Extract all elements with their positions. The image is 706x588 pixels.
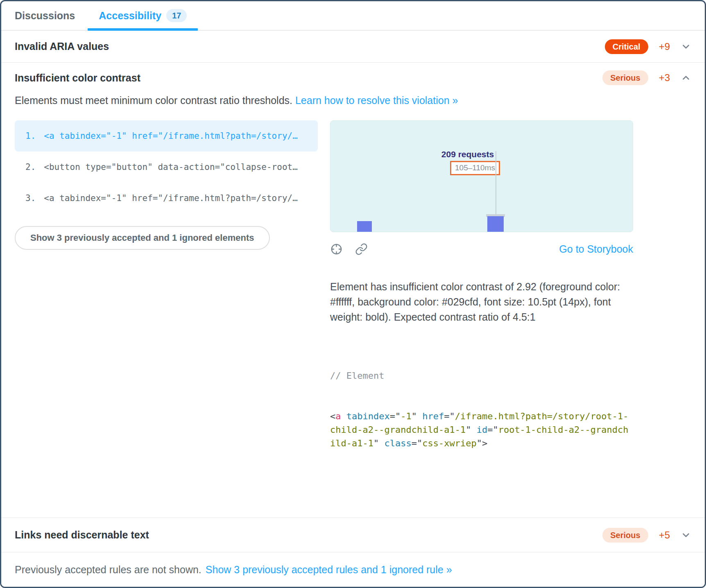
go-to-storybook-link[interactable]: Go to Storybook bbox=[559, 243, 633, 255]
violating-elements-list: 1.<a tabindex="-1" href="/iframe.html?pa… bbox=[15, 120, 318, 214]
chevron-down-icon[interactable] bbox=[681, 41, 691, 52]
chart-pointer-line bbox=[496, 151, 496, 214]
tab-accessibility-label: Accessibility bbox=[99, 10, 161, 22]
show-accepted-rules-link[interactable]: Show 3 previously accepted rules and 1 i… bbox=[206, 564, 452, 576]
item-code: <button type="button" data-action="colla… bbox=[44, 162, 298, 172]
chevron-up-icon[interactable] bbox=[681, 72, 691, 83]
rule-description-text: Elements must meet minimum color contras… bbox=[15, 95, 295, 106]
item-code: <a tabindex="-1" href="/iframe.html?path… bbox=[44, 131, 298, 141]
preview-toolbar: Go to Storybook bbox=[330, 243, 633, 256]
item-number: 3. bbox=[25, 193, 36, 203]
tab-discussions[interactable]: Discussions bbox=[15, 1, 75, 30]
chart-bar bbox=[487, 216, 504, 232]
rule-title: Invalid ARIA values bbox=[15, 41, 109, 52]
rule-header-color-contrast[interactable]: Insufficient color contrast Serious +3 bbox=[15, 63, 691, 93]
item-number: 2. bbox=[25, 162, 36, 172]
extra-count: +5 bbox=[659, 529, 670, 541]
rule-row-invalid-aria[interactable]: Invalid ARIA values Critical +9 bbox=[1, 31, 705, 63]
violating-element-item[interactable]: 2.<button type="button" data-action="col… bbox=[15, 152, 318, 183]
rule-title: Links need discernable text bbox=[15, 529, 149, 541]
element-code-comment: // Element bbox=[330, 369, 633, 382]
element-code: <a tabindex="-1" href="/iframe.html?path… bbox=[330, 409, 633, 450]
item-number: 1. bbox=[25, 131, 36, 141]
extra-count: +3 bbox=[659, 72, 670, 84]
extra-count: +9 bbox=[659, 41, 670, 52]
violating-element-item[interactable]: 3.<a tabindex="-1" href="/iframe.html?pa… bbox=[15, 183, 318, 214]
accessibility-panel: Discussions Accessibility 17 Invalid ARI… bbox=[0, 0, 706, 588]
footer-text: Previously accepted rules are not shown. bbox=[15, 564, 201, 576]
chart-bar bbox=[357, 221, 372, 232]
learn-violation-link[interactable]: Learn how to resolve this violation » bbox=[295, 95, 458, 106]
footer: Previously accepted rules are not shown.… bbox=[1, 552, 705, 587]
rule-title: Insufficient color contrast bbox=[15, 72, 140, 84]
item-code: <a tabindex="-1" href="/iframe.html?path… bbox=[44, 193, 298, 203]
rule-description: Elements must meet minimum color contras… bbox=[15, 95, 691, 106]
tab-discussions-label: Discussions bbox=[15, 10, 75, 22]
chart-annotation: 209 requests 105–110ms bbox=[429, 149, 507, 175]
accessibility-count-badge: 17 bbox=[166, 9, 187, 22]
severity-badge-serious: Serious bbox=[602, 528, 648, 543]
chevron-down-icon[interactable] bbox=[681, 530, 691, 541]
chart-duration-highlight: 105–110ms bbox=[450, 161, 500, 175]
story-snapshot-preview[interactable]: 209 requests 105–110ms bbox=[330, 120, 633, 232]
tab-accessibility[interactable]: Accessibility 17 bbox=[99, 1, 187, 30]
element-code-block: // Element <a tabindex="-1" href="/ifram… bbox=[330, 342, 633, 477]
chart-requests-label: 209 requests bbox=[441, 149, 494, 159]
selector-code-block: // Selector .css-ocnlra > div > div[data… bbox=[330, 494, 633, 518]
severity-badge-critical: Critical bbox=[605, 39, 648, 54]
link-icon[interactable] bbox=[355, 243, 368, 256]
rule-row-links-text[interactable]: Links need discernable text Serious +5 bbox=[1, 518, 705, 552]
crosshair-icon[interactable] bbox=[330, 243, 343, 256]
violating-element-item[interactable]: 1.<a tabindex="-1" href="/iframe.html?pa… bbox=[15, 120, 318, 152]
violation-detail-text: Element has insufficient color contrast … bbox=[330, 279, 633, 325]
severity-badge-serious: Serious bbox=[602, 70, 648, 85]
show-accepted-elements-button[interactable]: Show 3 previously accepted and 1 ignored… bbox=[15, 226, 270, 250]
rule-section-color-contrast: Insufficient color contrast Serious +3 E… bbox=[1, 63, 705, 518]
tab-bar: Discussions Accessibility 17 bbox=[1, 1, 705, 31]
